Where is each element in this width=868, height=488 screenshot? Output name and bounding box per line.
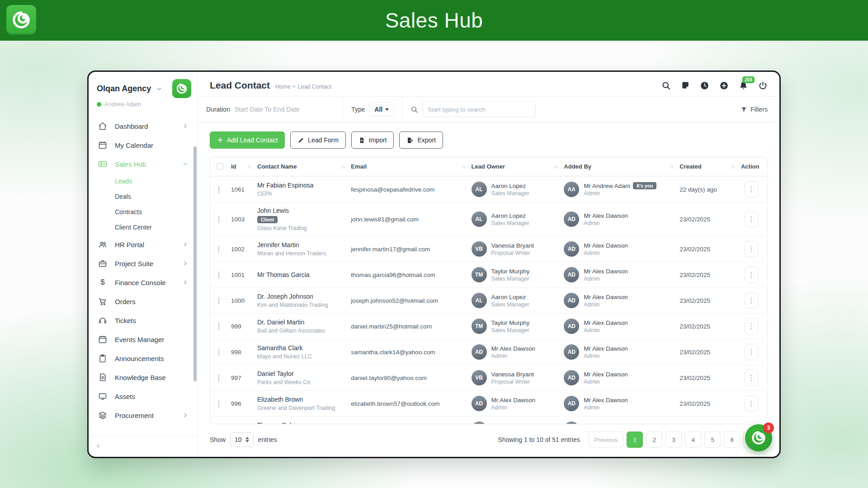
breadcrumb-home[interactable]: Home bbox=[275, 84, 290, 90]
added-by-role: Admin bbox=[584, 327, 628, 333]
table-row: 1061 Mr Fabian EspinosaCEPA fespinosa@ce… bbox=[210, 176, 767, 202]
type-select[interactable]: All bbox=[369, 103, 394, 116]
pagination-page-6[interactable]: 6 bbox=[724, 432, 740, 448]
sidebar-item-tickets[interactable]: Tickets bbox=[91, 311, 195, 330]
row-actions-button[interactable]: ⋮ bbox=[745, 181, 758, 197]
column-header-contact-name[interactable]: Contact Name↑↓ bbox=[255, 157, 349, 176]
created-date: 23/02/2025 bbox=[678, 211, 739, 227]
sort-icon: ↑↓ bbox=[731, 164, 735, 169]
column-header-lead-owner[interactable]: Lead Owner↑↓ bbox=[470, 157, 562, 176]
org-switcher[interactable]: Olqan Agency bbox=[97, 84, 169, 94]
row-checkbox[interactable] bbox=[218, 186, 219, 193]
history-clock-icon[interactable] bbox=[700, 81, 709, 90]
sidebar-subitem-leads[interactable]: Leads bbox=[91, 174, 195, 189]
sidebar-collapse-button[interactable]: ‹ bbox=[97, 441, 99, 450]
sidebar-item-assets[interactable]: Assets bbox=[91, 387, 195, 406]
sidebar-item-finance-console[interactable]: $ Finance Console bbox=[91, 273, 195, 292]
notes-icon[interactable] bbox=[681, 81, 690, 90]
owner-name: Aaron Lopez bbox=[491, 212, 529, 219]
row-actions-button[interactable]: ⋮ bbox=[745, 318, 758, 334]
app-title: Sales Hub bbox=[385, 8, 483, 33]
avatar: AL bbox=[472, 211, 487, 227]
row-checkbox[interactable] bbox=[218, 245, 219, 253]
row-actions-button[interactable]: ⋮ bbox=[745, 370, 758, 386]
duration-input[interactable] bbox=[235, 106, 321, 113]
lead-email: daniel.martin25@hotmail.com bbox=[349, 319, 469, 334]
row-actions-button[interactable]: ⋮ bbox=[745, 395, 758, 412]
lead-company: Glass Kane Trading bbox=[257, 225, 307, 231]
sidebar-subitem-contracts[interactable]: Contracts bbox=[91, 204, 195, 220]
page-title: Lead Contact bbox=[210, 80, 270, 91]
row-actions-button[interactable]: ⋮ bbox=[745, 344, 758, 360]
filters-button[interactable]: Filters bbox=[732, 97, 779, 122]
row-checkbox[interactable] bbox=[218, 374, 219, 382]
column-header-id[interactable]: Id↑↓ bbox=[229, 157, 255, 176]
sidebar-item-procurement[interactable]: Procurement bbox=[91, 406, 195, 425]
column-header-email[interactable]: Email↑↓ bbox=[349, 157, 469, 176]
added-by-name: Mr Alex Dawson bbox=[584, 345, 628, 352]
quick-add-icon[interactable] bbox=[719, 81, 729, 90]
search-icon[interactable] bbox=[661, 81, 671, 90]
owner-role: Proposal Writer bbox=[491, 379, 534, 385]
search-input[interactable] bbox=[428, 106, 531, 113]
row-checkbox[interactable] bbox=[218, 348, 219, 356]
row-actions-button[interactable]: ⋮ bbox=[745, 421, 758, 424]
sidebar-logo bbox=[172, 79, 191, 98]
row-checkbox[interactable] bbox=[218, 400, 219, 408]
row-checkbox[interactable] bbox=[218, 271, 219, 279]
assistant-fab-button[interactable]: 3 bbox=[745, 424, 772, 451]
lead-company: Ball and Gilliam Associates bbox=[257, 328, 325, 334]
sidebar-item-sales-hub[interactable]: Sales Hub bbox=[91, 155, 195, 174]
pagination-page-1[interactable]: 1 bbox=[627, 432, 643, 448]
app-window: Olqan Agency Andrew Adam Dashboard bbox=[87, 70, 781, 458]
sidebar-item-my-calendar[interactable]: My Calendar bbox=[91, 136, 195, 155]
lead-email: thomas.garcia96@hotmail.com bbox=[349, 267, 469, 283]
lead-email: samantha.clark14@yahoo.com bbox=[349, 344, 469, 360]
row-actions-button[interactable]: ⋮ bbox=[745, 241, 758, 257]
export-button[interactable]: Export bbox=[399, 131, 443, 149]
page-size-select[interactable]: 10 bbox=[230, 432, 254, 447]
added-by-name: Mr Andrew Adam bbox=[584, 183, 630, 189]
lead-name: Dr. Daniel Martin bbox=[257, 319, 304, 326]
sidebar-item-orders[interactable]: Orders bbox=[91, 292, 195, 311]
pagination-page-2[interactable]: 2 bbox=[646, 432, 662, 448]
created-date: 23/02/2025 bbox=[678, 344, 739, 360]
row-actions-button[interactable]: ⋮ bbox=[745, 267, 758, 283]
row-checkbox[interactable] bbox=[218, 216, 219, 223]
pagination-page-5[interactable]: 5 bbox=[704, 432, 721, 448]
avatar: AL bbox=[472, 293, 487, 308]
duration-label: Duration bbox=[206, 106, 230, 113]
column-header-added-by[interactable]: Added By↑↓ bbox=[562, 157, 678, 176]
row-checkbox[interactable] bbox=[218, 323, 219, 330]
pagination-page-4[interactable]: 4 bbox=[685, 432, 701, 448]
row-actions-button[interactable]: ⋮ bbox=[745, 292, 758, 309]
sidebar-item-dashboard[interactable]: Dashboard bbox=[91, 117, 195, 136]
lead-form-button[interactable]: Lead Form bbox=[290, 131, 346, 149]
app-logo[interactable] bbox=[6, 5, 36, 35]
import-button[interactable]: Import bbox=[351, 131, 394, 149]
current-user-name: Andrew Adam bbox=[104, 101, 141, 108]
row-actions-button[interactable]: ⋮ bbox=[745, 211, 758, 227]
sidebar-subitem-deals[interactable]: Deals bbox=[91, 189, 195, 204]
column-header-created[interactable]: Created↑↓ bbox=[678, 157, 739, 176]
pagination-page-3[interactable]: 3 bbox=[665, 432, 682, 448]
sidebar-item-knowledge-base[interactable]: Knowledge Base bbox=[91, 368, 195, 387]
select-all-checkbox[interactable] bbox=[217, 163, 223, 170]
owner-name: Taylor Murphy bbox=[491, 319, 530, 326]
sort-icon: ↑↓ bbox=[554, 164, 558, 169]
add-lead-contact-button[interactable]: Add Lead Contact bbox=[210, 131, 285, 149]
notifications-bell-icon[interactable]: 255 bbox=[739, 81, 748, 90]
avatar: TM bbox=[472, 319, 487, 334]
row-checkbox[interactable] bbox=[218, 297, 219, 305]
sidebar-item-project-suite[interactable]: Project Suite bbox=[91, 254, 195, 273]
pagination-previous[interactable]: Previous bbox=[588, 432, 624, 448]
owner-role: Sales Manager bbox=[491, 276, 530, 282]
sidebar-item-events-manager[interactable]: Events Manager bbox=[91, 330, 195, 349]
sidebar-item-announcements[interactable]: Announcements bbox=[91, 349, 195, 368]
sidebar-scrollbar[interactable] bbox=[193, 146, 197, 381]
sidebar-subitem-client-center[interactable]: Client Center bbox=[91, 220, 195, 235]
table-row: 998 Samantha ClarkMayo and Nunez LLC sam… bbox=[210, 339, 767, 365]
sidebar-item-hr-portal[interactable]: HR Portal bbox=[91, 235, 195, 254]
avatar: AD bbox=[564, 241, 579, 257]
power-icon[interactable] bbox=[758, 81, 768, 90]
